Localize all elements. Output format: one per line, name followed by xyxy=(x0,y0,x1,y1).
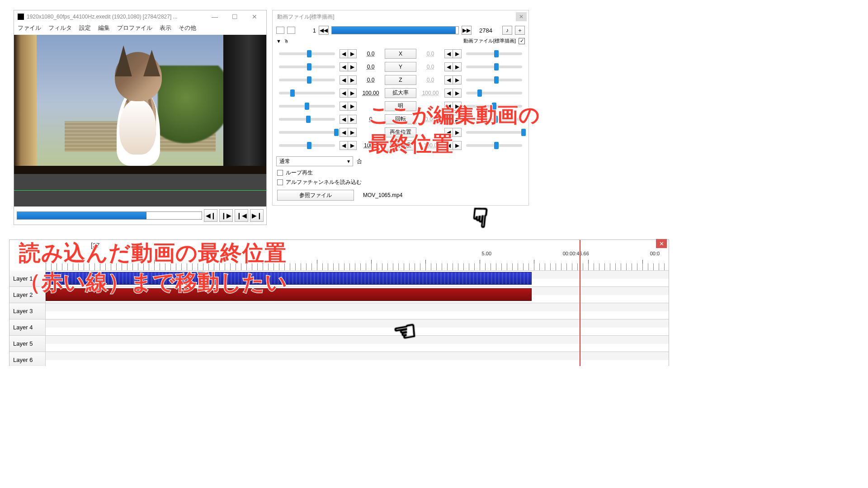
reference-file-button[interactable]: 参照ファイル xyxy=(277,190,354,201)
waveform-pane[interactable] xyxy=(14,174,266,206)
value-left[interactable]: 0.0 xyxy=(359,51,383,57)
checkbox-icon[interactable] xyxy=(277,179,283,185)
spinner-right[interactable]: ◀▶ xyxy=(444,49,462,58)
value-slider-left[interactable] xyxy=(279,105,335,108)
audio-clip[interactable] xyxy=(46,288,532,301)
capture-icon[interactable] xyxy=(276,27,284,34)
layer-label[interactable]: Layer 1 xyxy=(9,271,46,286)
value-slider-right[interactable] xyxy=(466,92,522,94)
layer-track[interactable] xyxy=(46,287,669,303)
value-slider-right[interactable] xyxy=(466,131,522,134)
value-left[interactable]: 100.00 xyxy=(359,90,383,96)
layer-track[interactable] xyxy=(46,352,669,366)
first-frame-button[interactable]: ❙◀ xyxy=(235,209,248,222)
video-clip[interactable] xyxy=(46,272,532,285)
value-left[interactable]: 0.0 xyxy=(359,64,383,70)
panel-close-button[interactable]: ✕ xyxy=(516,12,527,21)
value-right[interactable]: 0.0 xyxy=(418,64,443,70)
spinner-left[interactable]: ◀▶ xyxy=(340,89,357,98)
value-right[interactable]: 100.00 xyxy=(418,90,443,96)
value-left[interactable]: 0.0 xyxy=(359,77,383,83)
frame-seek-right[interactable]: ▶▶ xyxy=(462,26,472,35)
alpha-checkbox-row[interactable]: アルファチャンネルを読み込む xyxy=(273,178,528,187)
param-label-button[interactable]: 明 xyxy=(385,101,416,111)
collapse-icon[interactable]: ▼ xyxy=(276,38,281,44)
layer-track[interactable] xyxy=(46,336,669,352)
spinner-right[interactable]: ◀▶ xyxy=(444,75,462,84)
spinner-right[interactable]: ◀▶ xyxy=(444,128,462,137)
layer-label[interactable]: Layer 4 xyxy=(9,319,46,335)
menu-edit[interactable]: 編集 xyxy=(98,24,110,32)
param-label-button[interactable]: 拡大率 xyxy=(385,88,416,98)
spinner-right[interactable]: ◀▶ xyxy=(444,62,462,71)
param-label-button[interactable]: Y xyxy=(385,62,416,72)
value-left[interactable]: 0 xyxy=(359,116,383,122)
spinner-right[interactable]: ◀▶ xyxy=(444,115,462,124)
menu-profile[interactable]: プロファイル xyxy=(117,24,152,32)
add-button[interactable]: ＋ xyxy=(515,26,525,35)
frame-end[interactable]: 2784 xyxy=(474,27,492,34)
value-slider-left[interactable] xyxy=(279,131,335,134)
value-left[interactable]: 100.0 xyxy=(359,142,383,149)
value-slider-left[interactable] xyxy=(279,118,335,121)
menubar[interactable]: ファイル フィルタ 設定 編集 プロファイル 表示 その他 xyxy=(14,23,266,35)
value-slider-right[interactable] xyxy=(466,118,522,121)
value-right[interactable]: 100.0 xyxy=(418,142,443,149)
param-label-button[interactable]: 再生速度 xyxy=(385,141,416,150)
blend-mode-combo[interactable]: 通常 ▾ xyxy=(276,156,353,166)
param-label-button[interactable]: Z xyxy=(385,75,416,85)
param-label-button[interactable]: X xyxy=(385,49,416,59)
step-back-button[interactable]: ◀❙ xyxy=(204,209,217,222)
value-right[interactable]: 0.0 xyxy=(418,51,443,57)
layer-label[interactable]: Layer 6 xyxy=(9,352,46,366)
loop-checkbox-row[interactable]: ループ再生 xyxy=(273,168,528,178)
frame-start[interactable]: 1 xyxy=(298,27,316,34)
layer-track[interactable] xyxy=(46,319,669,335)
video-preview[interactable] xyxy=(14,35,266,174)
value-slider-left[interactable] xyxy=(279,144,335,147)
spinner-left[interactable]: ◀▶ xyxy=(340,49,357,58)
close-button[interactable]: ✕ xyxy=(245,10,264,23)
titlebar[interactable]: 1920x1080_60fps_44100Hz.exedit (1920,108… xyxy=(14,10,266,23)
maximize-button[interactable]: ☐ xyxy=(225,10,245,23)
spinner-left[interactable]: ◀▶ xyxy=(340,128,357,137)
timeline-close-button[interactable]: ✕ xyxy=(656,239,667,248)
capture2-icon[interactable] xyxy=(287,27,295,34)
sound-icon[interactable]: ♪ xyxy=(502,26,512,35)
frame-seek-left[interactable]: ◀◀ xyxy=(319,26,329,35)
spinner-right[interactable]: ◀▶ xyxy=(444,102,462,111)
menu-settings[interactable]: 設定 xyxy=(79,24,91,32)
spinner-left[interactable]: ◀▶ xyxy=(340,62,357,71)
value-right[interactable]: 0.0 xyxy=(418,77,443,83)
menu-file[interactable]: ファイル xyxy=(18,24,41,32)
layer-label[interactable]: Layer 2 xyxy=(9,287,46,303)
value-slider-right[interactable] xyxy=(466,52,522,55)
spinner-right[interactable]: ◀▶ xyxy=(444,89,462,98)
menu-filter[interactable]: フィルタ xyxy=(48,24,72,32)
checkbox-icon[interactable] xyxy=(277,170,283,176)
value-slider-left[interactable] xyxy=(279,52,335,55)
menu-view[interactable]: 表示 xyxy=(160,24,171,32)
value-slider-right[interactable] xyxy=(466,66,522,68)
param-label-button[interactable]: 再生位置 xyxy=(385,127,416,137)
minimize-button[interactable]: — xyxy=(205,10,225,23)
playhead-cursor[interactable] xyxy=(580,240,580,366)
value-slider-left[interactable] xyxy=(279,66,335,68)
layer-track[interactable] xyxy=(46,271,669,286)
value-slider-left[interactable] xyxy=(279,79,335,81)
frame-seekbar[interactable] xyxy=(331,26,459,34)
spinner-left[interactable]: ◀▶ xyxy=(340,102,357,111)
spinner-right[interactable]: ◀▶ xyxy=(444,141,462,150)
value-slider-right[interactable] xyxy=(466,144,522,147)
param-label-button[interactable]: 回転 xyxy=(385,114,416,124)
layer-label[interactable]: Layer 5 xyxy=(9,336,46,352)
layer-label[interactable]: Layer 3 xyxy=(9,303,46,319)
time-ruler[interactable]: 5.00 00:00:46.66 00:0 xyxy=(46,250,669,271)
step-fwd-button[interactable]: ❙▶ xyxy=(219,209,233,222)
value-slider-right[interactable] xyxy=(466,105,522,108)
value-slider-right[interactable] xyxy=(466,79,522,81)
spinner-left[interactable]: ◀▶ xyxy=(340,75,357,84)
panel-titlebar[interactable]: 動画ファイル[標準描画] ✕ xyxy=(273,10,528,23)
spinner-left[interactable]: ◀▶ xyxy=(340,115,357,124)
layer-track[interactable] xyxy=(46,303,669,319)
